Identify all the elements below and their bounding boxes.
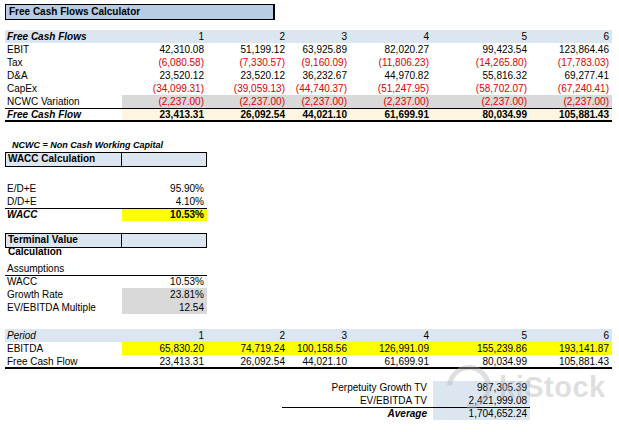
period-header: 2 — [207, 30, 288, 43]
period-header: 4 — [350, 329, 432, 342]
cell: 987,305.39 — [433, 381, 530, 394]
period-header: 5 — [432, 30, 530, 43]
fcf-header-row: Free Cash Flows 1 2 3 4 5 6 — [5, 30, 612, 43]
cell: (67,240.41) — [530, 82, 612, 95]
row-wacc-result: WACC 10.53% — [5, 208, 207, 221]
empty-cell — [122, 153, 206, 166]
period-header: 3 — [288, 30, 350, 43]
row-tax: Tax (6,080.58) (7,330.57) (9,160.09) (11… — [5, 56, 612, 69]
wacc-table: E/D+E 95.90% D/D+E 4.10% WACC 10.53% — [5, 182, 207, 221]
row-label: D&A — [5, 69, 122, 82]
cell: 95.90% — [122, 182, 207, 195]
cell: 69,277.41 — [530, 69, 612, 82]
row-label: Free Cash Flow — [5, 355, 122, 368]
cell: 74,719.24 — [207, 342, 288, 355]
cell: (2,237.00) — [350, 95, 432, 108]
terminal-value-section-header: Terminal Value Calculation — [5, 233, 207, 248]
row-e-over-de: E/D+E 95.90% — [5, 182, 207, 195]
cell: 65,830.20 — [122, 342, 207, 355]
row-label: WACC — [5, 275, 122, 288]
cell: (2,237.00) — [530, 95, 612, 108]
page-title: Free Cash Flows Calculator — [5, 4, 275, 20]
cell: 100,158.56 — [288, 342, 350, 355]
cell: (9,160.09) — [288, 56, 350, 69]
row-ebitda: EBITDA 65,830.20 74,719.24 100,158.56 12… — [5, 342, 612, 355]
cell: (58,702.07) — [432, 82, 530, 95]
assumptions-table: Assumptions WACC 10.53% Growth Rate 23.8… — [5, 262, 207, 314]
row-capex: CapEx (34,099.31) (39,059.13) (44,740.37… — [5, 82, 612, 95]
row-ebit: EBIT 42,310.08 51,199.12 63,925.89 82,02… — [5, 43, 612, 56]
row-label: E/D+E — [5, 182, 122, 195]
terminal-value-summary: Perpetuity Growth TV 987,305.39 EV/EBITD… — [282, 381, 530, 420]
row-label: D/D+E — [5, 195, 122, 208]
cell: (51,247.95) — [350, 82, 432, 95]
assumptions-title: Assumptions — [5, 262, 122, 275]
row-label: NCWC Variation — [5, 95, 122, 108]
cell: 99,423.54 — [432, 43, 530, 56]
cell: 193,141.87 — [530, 342, 612, 355]
cell: 80,034.99 — [432, 108, 530, 121]
cell: (2,237.00) — [207, 95, 288, 108]
cell: 51,199.12 — [207, 43, 288, 56]
cell: 23,413.31 — [122, 355, 207, 368]
row-assumption-wacc: WACC 10.53% — [5, 275, 207, 288]
row-label: WACC — [5, 208, 122, 221]
period-header: 1 — [122, 329, 207, 342]
row-label: EV/EBITDA TV — [282, 394, 433, 407]
cell: 26,092.54 — [207, 355, 288, 368]
period-header: 6 — [530, 329, 612, 342]
cell: (7,330.57) — [207, 56, 288, 69]
cell: 105,881.43 — [530, 355, 612, 368]
empty-cell — [122, 234, 206, 247]
cell: 61,699.91 — [350, 108, 432, 121]
fcf-table-label: Free Cash Flows — [5, 30, 122, 43]
period-header: 5 — [432, 329, 530, 342]
ncwc-note: NCWC = Non Cash Working Capital — [12, 140, 163, 150]
cell: (6,080.58) — [122, 56, 207, 69]
row-label: Free Cash Flow — [5, 108, 122, 121]
period-table: Period 1 2 3 4 5 6 EBITDA 65,830.20 74,7… — [5, 329, 612, 369]
cell: 105,881.43 — [530, 108, 612, 121]
cell: (14,265.80) — [432, 56, 530, 69]
row-average: Average 1,704,652.24 — [282, 407, 530, 420]
cell: 23.81% — [122, 288, 207, 301]
cell: 82,020.27 — [350, 43, 432, 56]
cell: 10.53% — [122, 275, 207, 288]
cell: 123,864.46 — [530, 43, 612, 56]
cell: (17,783.03) — [530, 56, 612, 69]
period-header: 6 — [530, 30, 612, 43]
cell: 23,520.12 — [207, 69, 288, 82]
row-ev-ebitda-tv: EV/EBITDA TV 2,421,999.08 — [282, 394, 530, 407]
cell: 44,021.10 — [288, 355, 350, 368]
period-header-row: Period 1 2 3 4 5 6 — [5, 329, 612, 342]
cell: 44,970.82 — [350, 69, 432, 82]
period-header: 2 — [207, 329, 288, 342]
cell: 12.54 — [122, 301, 207, 314]
cell: 126,991.09 — [350, 342, 432, 355]
cell: 42,310.08 — [122, 43, 207, 56]
row-label: EV/EBITDA Multiple — [5, 301, 122, 314]
cell: 61,699.91 — [350, 355, 432, 368]
cell: 23,413.31 — [122, 108, 207, 121]
period-header: 3 — [288, 329, 350, 342]
assumptions-title-row: Assumptions — [5, 262, 207, 275]
row-d-over-de: D/D+E 4.10% — [5, 195, 207, 208]
row-growth-rate: Growth Rate 23.81% — [5, 288, 207, 301]
cell: 1,704,652.24 — [433, 407, 530, 420]
spreadsheet: Free Cash Flows Calculator Free Cash Flo… — [0, 0, 619, 432]
cell: 44,021.10 — [288, 108, 350, 121]
cell: (44,740.37) — [288, 82, 350, 95]
cell: 63,925.89 — [288, 43, 350, 56]
terminal-value-header-label: Terminal Value Calculation — [6, 234, 122, 247]
wacc-header-label: WACC Calculation — [6, 153, 122, 166]
cell: 26,092.54 — [207, 108, 288, 121]
row-label: Average — [282, 407, 433, 420]
row-free-cash-flow: Free Cash Flow 23,413.31 26,092.54 44,02… — [5, 355, 612, 368]
cell: 23,520.12 — [122, 69, 207, 82]
row-label: EBIT — [5, 43, 122, 56]
free-cash-flows-table: Free Cash Flows 1 2 3 4 5 6 EBIT 42,310.… — [5, 30, 612, 122]
row-label: Perpetuity Growth TV — [282, 381, 433, 394]
row-perpetuity-growth-tv: Perpetuity Growth TV 987,305.39 — [282, 381, 530, 394]
cell: (39,059.13) — [207, 82, 288, 95]
cell: 4.10% — [122, 195, 207, 208]
